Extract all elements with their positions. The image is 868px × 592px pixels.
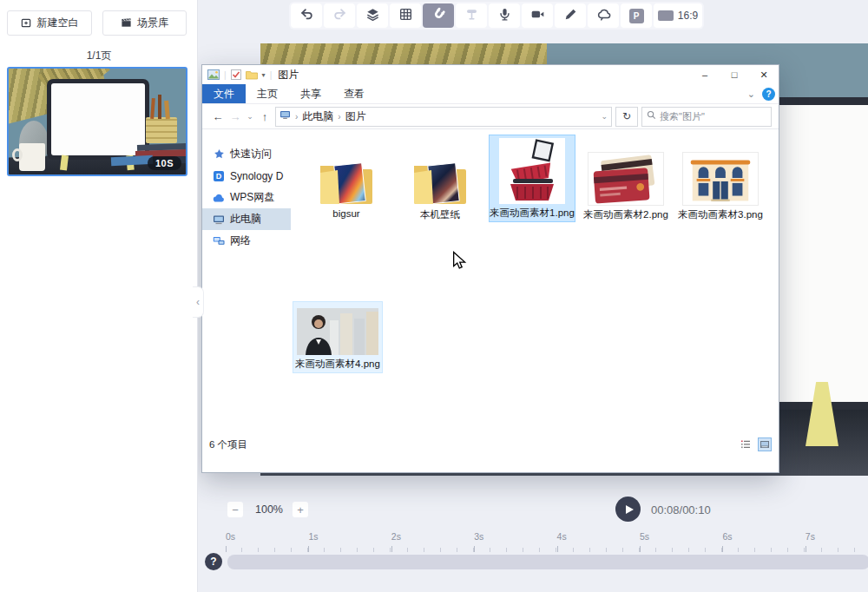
refresh-button[interactable]: ↻: [615, 107, 638, 127]
help-button[interactable]: ?: [205, 553, 222, 570]
file-name: 本机壁纸: [420, 208, 460, 221]
item-count: 6 个项目: [209, 438, 247, 451]
ruler-ticks: [308, 548, 391, 552]
layers-button[interactable]: [357, 3, 388, 28]
file-folder-bigsur[interactable]: bigsur: [305, 136, 388, 221]
file-folder-wallpapers[interactable]: 本机壁纸: [398, 136, 482, 224]
breadcrumb-pictures[interactable]: 图片: [345, 109, 366, 124]
file-material-3[interactable]: 来画动画素材3.png: [678, 136, 763, 224]
file-material-4[interactable]: 来画动画素材4.png: [293, 301, 383, 373]
nav-synology-drive[interactable]: D Synology D: [202, 165, 291, 187]
grid-button[interactable]: [390, 3, 421, 28]
aspect-ratio-icon: [658, 10, 674, 21]
file-material-1[interactable]: 来画动画素材1.png: [489, 135, 575, 222]
guides-button[interactable]: [456, 3, 487, 28]
ppt-export-button[interactable]: P: [621, 3, 652, 28]
properties-check-icon[interactable]: [231, 69, 241, 80]
address-dropdown-icon[interactable]: ⌄: [601, 112, 608, 121]
nav-this-pc[interactable]: 此电脑: [202, 208, 291, 230]
file-thumbnail: [499, 138, 565, 204]
redo-icon: [332, 7, 347, 25]
file-material-2[interactable]: 来画动画素材2.png: [584, 136, 667, 224]
undo-icon: [299, 7, 314, 25]
help-icon[interactable]: ?: [762, 88, 775, 101]
ribbon-tabs: 文件 主页 共享 查看 ⌄ ?: [202, 84, 779, 104]
ruler-tick-label: 5s: [640, 531, 722, 542]
page-indicator: 1/1页: [0, 49, 198, 63]
play-button[interactable]: [615, 497, 641, 522]
explorer-titlebar[interactable]: | ▾ | 图片 – □ ✕: [202, 65, 779, 84]
draw-pencil-button[interactable]: [555, 3, 586, 28]
ruler-ticks: [640, 548, 722, 552]
pages-sidebar: 新建空白 场景库 1/1页 10S: [0, 0, 198, 592]
microphone-button[interactable]: [489, 3, 520, 28]
sidebar-collapse-handle[interactable]: ‹: [193, 286, 204, 318]
file-name: 来画动画素材2.png: [583, 208, 668, 221]
cloud-sync-button[interactable]: [588, 3, 619, 28]
cloud-drive-icon: [213, 192, 225, 204]
close-button[interactable]: ✕: [749, 65, 779, 84]
new-folder-icon[interactable]: [246, 70, 258, 80]
qat-customize-icon[interactable]: ▾: [262, 71, 266, 79]
scene-library-button[interactable]: 场景库: [102, 10, 187, 36]
ruler-ticks: [722, 548, 805, 552]
folder-icon: [412, 140, 468, 206]
nav-network[interactable]: 网络: [202, 230, 291, 252]
scene-thumbnail[interactable]: 10S: [7, 67, 187, 176]
thumb-pencil-2: [158, 95, 161, 119]
explorer-nav-pane: 快速访问 D Synology D WPS网盘 此电脑 网络: [202, 129, 291, 454]
file-name: 来画动画素材4.png: [295, 358, 380, 371]
scene-library-label: 场景库: [137, 16, 168, 30]
camera-icon: [530, 7, 545, 25]
new-blank-button[interactable]: 新建空白: [7, 10, 92, 36]
aspect-ratio-label: 16:9: [678, 10, 698, 22]
forward-button[interactable]: →: [228, 110, 242, 123]
address-bar: ← → ⌄ ↑ › 此电脑 › 图片 ⌄ ↻: [202, 104, 779, 129]
titlebar-separator: |: [224, 70, 227, 80]
breadcrumb-separator: ›: [295, 112, 298, 122]
tab-file[interactable]: 文件: [202, 84, 246, 103]
search-box[interactable]: [641, 107, 772, 127]
titlebar-separator-2: |: [270, 70, 273, 80]
redo-button[interactable]: [324, 3, 355, 28]
file-thumbnail: [588, 140, 664, 206]
ruler-ticks: [391, 548, 474, 552]
undo-button[interactable]: [291, 3, 322, 28]
details-view-button[interactable]: [739, 437, 753, 451]
minimize-button[interactable]: –: [690, 65, 720, 84]
tab-view[interactable]: 查看: [332, 84, 376, 103]
cloud-icon: [596, 7, 611, 25]
tab-share[interactable]: 共享: [289, 84, 332, 103]
thumb-tablet-screen: [51, 83, 145, 155]
zoom-out-button[interactable]: −: [227, 502, 243, 517]
file-name: bigsur: [332, 208, 359, 219]
thumbnail-view-button[interactable]: [758, 437, 772, 451]
search-input[interactable]: [660, 111, 755, 122]
maximize-button[interactable]: □: [720, 65, 749, 84]
ribbon-collapse-icon[interactable]: ⌄: [747, 89, 755, 100]
magnet-snap-button[interactable]: [423, 3, 454, 28]
file-thumbnail: [682, 140, 759, 206]
back-button[interactable]: ←: [211, 110, 225, 123]
nav-quick-access[interactable]: 快速访问: [202, 143, 291, 165]
camera-record-button[interactable]: [522, 3, 553, 28]
nav-wps-cloud[interactable]: WPS网盘: [202, 187, 291, 208]
timeline-scrollbar[interactable]: [227, 555, 868, 569]
tab-home[interactable]: 主页: [246, 84, 289, 103]
zoom-in-button[interactable]: +: [293, 502, 308, 517]
up-button[interactable]: ↑: [258, 110, 272, 123]
aspect-ratio-button[interactable]: 16:9: [654, 3, 702, 28]
file-explorer-window: | ▾ | 图片 – □ ✕ 文件 主页 共享 查看 ⌄ ? ← → ⌄: [201, 64, 779, 473]
ruler-tick-label: 1s: [308, 531, 391, 542]
breadcrumb-separator-2: ›: [338, 112, 340, 122]
breadcrumb[interactable]: › 此电脑 › 图片 ⌄: [275, 107, 612, 127]
recent-locations-icon[interactable]: ⌄: [246, 112, 254, 121]
ruler-tick-label: 7s: [806, 531, 868, 542]
app-window: P 16:9 新建空白 场景库 1/1页: [0, 0, 868, 592]
ruler-tick-label: 2s: [391, 531, 474, 542]
folder-icon: [319, 140, 374, 206]
star-icon: [213, 148, 225, 161]
timeline-ruler[interactable]: 0s 1s 2s 3s 4s 5s 6s 7s: [226, 531, 868, 552]
breadcrumb-this-pc[interactable]: 此电脑: [302, 109, 333, 124]
window-controls: – □ ✕: [690, 65, 779, 84]
